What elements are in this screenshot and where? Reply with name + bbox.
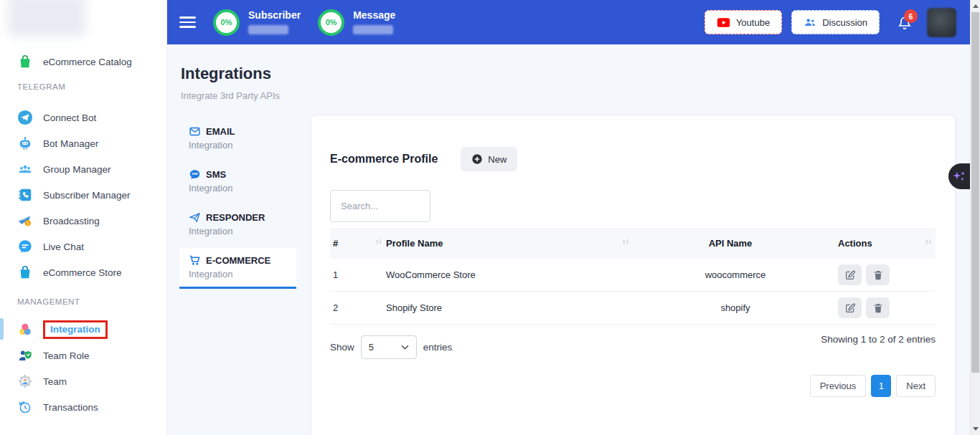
app-logo	[7, 0, 86, 37]
user-avatar[interactable]	[927, 8, 956, 37]
gear-user-icon	[17, 373, 33, 389]
message-stat-value-blurred	[353, 25, 393, 34]
contact-book-icon	[17, 187, 33, 203]
shopping-bag-blue-icon	[17, 264, 33, 280]
card-title: E-commerce Profile	[330, 153, 438, 166]
integration-annotation-box: Integration	[43, 320, 108, 339]
users-group-icon	[17, 161, 33, 177]
shopping-bag-green-icon	[17, 54, 33, 70]
show-label: Show	[330, 342, 354, 353]
sidebar-item-label: Broadcasting	[43, 216, 100, 226]
new-profile-button[interactable]: New	[461, 147, 517, 171]
tab-email-integration[interactable]: EMAIL Integration	[179, 119, 296, 158]
column-header-api-name[interactable]: API Name	[633, 238, 838, 249]
page-subtitle: Integrate 3rd Party APIs	[181, 90, 280, 101]
sidebar-item-team[interactable]: Team	[0, 368, 166, 394]
active-item-indicator	[0, 318, 4, 340]
delete-button[interactable]	[866, 264, 890, 285]
color-circles-icon	[17, 322, 33, 338]
sidebar-item-team-role[interactable]: Team Role	[0, 343, 166, 368]
sidebar-item-ecommerce-store[interactable]: eCommerce Store	[0, 259, 166, 285]
shopping-cart-icon	[189, 254, 201, 267]
page-1-button[interactable]: 1	[871, 375, 891, 397]
sort-icon[interactable]	[621, 236, 630, 248]
message-stat-label: Message	[353, 10, 395, 21]
edit-button[interactable]	[838, 264, 862, 285]
entries-label: entries	[423, 342, 453, 353]
trash-icon	[872, 302, 884, 314]
sidebar-item-ecommerce-catalog[interactable]: eCommerce Catalog	[0, 49, 166, 75]
sidebar-item-label: Team Role	[43, 350, 90, 361]
sort-icon[interactable]	[924, 236, 933, 248]
showing-entries-text: Showing 1 to 2 of 2 entries	[821, 334, 936, 345]
next-page-button[interactable]: Next	[896, 375, 936, 397]
message-stat: 0% Message	[318, 9, 395, 36]
scrollbar-up-arrow[interactable]	[973, 4, 979, 8]
broadcast-plane-icon	[17, 213, 33, 229]
discussion-button[interactable]: Discussion	[791, 10, 880, 34]
tab-responder-integration[interactable]: RESPONDER Integration	[179, 205, 296, 244]
table-footer: Show 5 entries Showing 1 to 2 of 2 entri…	[330, 334, 936, 397]
sidebar-item-live-chat[interactable]: Live Chat	[0, 234, 166, 259]
sort-icon[interactable]	[374, 236, 383, 248]
column-header-actions[interactable]: Actions	[838, 238, 936, 249]
sidebar-item-label: eCommerce Catalog	[43, 57, 132, 67]
page-title: Integrations	[181, 64, 271, 83]
telegram-plane-icon	[17, 110, 33, 125]
sidebar-item-label: Connect Bot	[43, 113, 96, 123]
sidebar-item-broadcasting[interactable]: Broadcasting	[0, 208, 166, 234]
table-row: 2 Shopify Store shopify	[330, 292, 936, 325]
row-num: 2	[330, 302, 386, 313]
ai-assistant-button[interactable]	[948, 163, 970, 189]
subscriber-stat-label: Subscriber	[248, 10, 301, 21]
sidebar-item-label: Integration	[50, 324, 100, 335]
page-scrollbar[interactable]	[970, 0, 980, 435]
scrollbar-thumb[interactable]	[971, 12, 979, 373]
delete-button[interactable]	[866, 297, 890, 318]
youtube-button[interactable]: Youtube	[705, 10, 782, 34]
sidebar-item-label: Subscriber Manager	[43, 190, 131, 201]
sidebar-item-subscriber-manager[interactable]: Subscriber Manager	[0, 182, 166, 208]
user-shield-icon	[17, 348, 33, 363]
sms-bubble-icon: SMS	[189, 168, 201, 181]
chevron-down-icon	[401, 345, 409, 350]
pagination: Previous 1 Next	[330, 375, 936, 397]
users-icon	[804, 16, 816, 28]
column-header-num[interactable]: #	[330, 238, 386, 249]
svg-text:SMS: SMS	[192, 172, 198, 176]
sidebar-item-connect-bot[interactable]: Connect Bot	[0, 105, 166, 130]
paper-plane-icon	[189, 211, 201, 224]
ecommerce-profile-card: E-commerce Profile New # Profile Name	[311, 115, 956, 435]
edit-icon	[844, 269, 856, 281]
hamburger-menu-icon[interactable]	[179, 14, 196, 31]
row-num: 1	[330, 269, 386, 280]
page-size-select[interactable]: 5	[361, 335, 417, 359]
plus-circle-icon	[471, 153, 483, 165]
tab-sms-integration[interactable]: SMS SMS Integration	[179, 162, 296, 201]
edit-button[interactable]	[838, 297, 862, 318]
sidebar-item-label: Transactions	[43, 402, 98, 413]
sidebar-item-group-manager[interactable]: Group Manager	[0, 156, 166, 182]
trash-icon	[872, 269, 884, 281]
sidebar-item-bot-manager[interactable]: Bot Manager	[0, 130, 166, 156]
sidebar-item-label: Bot Manager	[43, 138, 98, 149]
column-header-profile-name[interactable]: Profile Name	[386, 238, 633, 249]
sidebar-item-label: eCommerce Store	[43, 267, 122, 278]
search-input[interactable]	[330, 190, 430, 222]
sidebar-item-label: Team	[43, 376, 67, 387]
row-profile-name: Shopify Store	[386, 302, 633, 313]
chat-bubble-icon	[17, 239, 33, 254]
edit-icon	[844, 302, 856, 314]
sidebar-item-integration[interactable]: Integration	[0, 317, 166, 343]
tab-ecommerce-integration[interactable]: E-COMMERCE Integration	[179, 248, 296, 289]
sidebar-item-transactions[interactable]: Transactions	[0, 394, 166, 420]
previous-page-button[interactable]: Previous	[810, 375, 867, 397]
row-profile-name: WooCommerce Store	[386, 269, 633, 280]
youtube-icon	[717, 17, 730, 28]
subscriber-stat: 0% Subscriber	[213, 9, 301, 36]
envelope-icon	[189, 125, 201, 138]
profiles-table: # Profile Name API Name Actions 1 WooCom…	[330, 228, 936, 325]
scrollbar-down-arrow[interactable]	[973, 427, 979, 431]
notifications-button[interactable]: 6	[896, 13, 913, 32]
message-progress-ring: 0%	[318, 9, 344, 36]
